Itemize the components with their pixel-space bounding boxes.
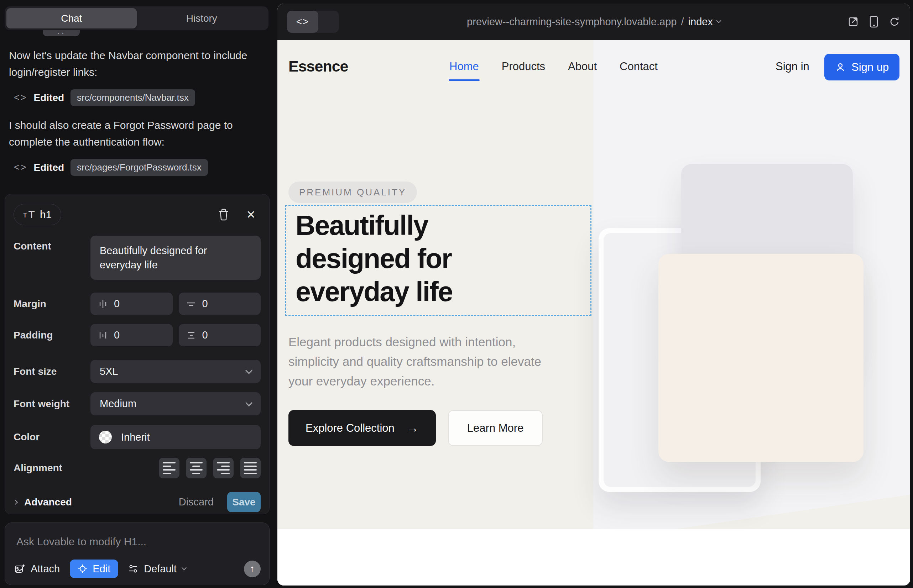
font-size-row: Font size 5XL (13, 360, 261, 383)
close-editor-button[interactable]: ✕ (246, 208, 256, 221)
hero-cta-row: Explore Collection → Learn More (288, 410, 543, 446)
attach-button[interactable]: Attach (14, 563, 60, 575)
padding-row: Padding 0 0 (13, 324, 261, 346)
code-icon: <> (296, 16, 309, 27)
scroll-indicator-dots: ·· (57, 29, 66, 36)
model-default-label: Default (144, 563, 176, 575)
learn-more-label: Learn More (467, 422, 524, 435)
chevron-down-icon (181, 565, 186, 570)
edited-action-label: Edited (34, 92, 65, 103)
mobile-view-button[interactable] (869, 16, 878, 28)
padding-x-input[interactable]: 0 (91, 324, 173, 346)
content-label: Content (13, 241, 91, 252)
edited-file-row[interactable]: <> Edited src/pages/ForgotPassword.tsx (14, 159, 265, 176)
attach-image-icon (14, 564, 25, 574)
chat-history-tabs: Chat History (5, 6, 269, 30)
site-navbar: Essence Home Products About Contact Sign… (277, 40, 910, 100)
advanced-toggle[interactable]: Advanced (13, 496, 72, 508)
preview-url-bar[interactable]: preview--charming-site-symphony.lovable.… (467, 3, 721, 40)
content-row: Content Beautifully designed for everyda… (13, 236, 261, 280)
refresh-button[interactable] (889, 16, 900, 27)
explore-collection-button[interactable]: Explore Collection → (288, 410, 436, 446)
margin-label: Margin (13, 298, 91, 310)
nav-link-about[interactable]: About (568, 60, 597, 73)
font-weight-label: Font weight (13, 398, 91, 410)
selected-element-outline[interactable]: Beautifully designed for everyday life (285, 205, 591, 316)
trash-icon (218, 208, 229, 221)
edit-mode-button[interactable]: Edit (70, 559, 118, 578)
edited-action-label: Edited (34, 162, 65, 173)
discard-button[interactable]: Discard (179, 496, 214, 508)
nav-link-home[interactable]: Home (449, 60, 479, 73)
padding-horizontal-icon (98, 331, 108, 340)
close-icon: ✕ (246, 208, 256, 221)
preview-url-page: index (688, 16, 713, 28)
learn-more-button[interactable]: Learn More (448, 410, 543, 446)
color-select[interactable]: Inherit (91, 425, 261, 449)
padding-x-value: 0 (114, 329, 120, 341)
color-swatch (99, 431, 112, 444)
arrow-up-icon: ↑ (250, 563, 255, 575)
hero-card-cream (659, 254, 863, 462)
margin-horizontal-icon (98, 299, 108, 309)
prompt-input[interactable]: Ask Lovable to modify H1... (16, 536, 146, 548)
margin-x-input[interactable]: 0 (91, 292, 173, 315)
preview-toolbar: <> preview--charming-site-symphony.lovab… (277, 3, 910, 40)
send-button[interactable]: ↑ (244, 561, 261, 577)
code-icon: <> (14, 162, 28, 173)
align-left-button[interactable] (159, 458, 180, 478)
hero-diagonal-wedge (677, 495, 910, 529)
color-row: Color Inherit (13, 425, 261, 449)
signin-link[interactable]: Sign in (775, 60, 809, 73)
signup-button[interactable]: Sign up (824, 54, 900, 81)
preview-url-domain: preview--charming-site-symphony.lovable.… (467, 16, 677, 28)
delete-element-button[interactable] (218, 208, 229, 221)
hero-heading[interactable]: Beautifully designed for everyday life (296, 209, 502, 308)
font-size-select[interactable]: 5XL (91, 360, 261, 383)
chevron-down-icon (245, 399, 253, 407)
content-input[interactable]: Beautifully designed for everyday life (91, 236, 261, 280)
tab-history[interactable]: History (137, 8, 267, 29)
margin-y-input[interactable]: 0 (179, 292, 261, 315)
mobile-phone-icon (869, 16, 878, 28)
padding-label: Padding (13, 330, 91, 341)
code-view-toggle[interactable]: <> (287, 11, 339, 33)
tab-chat[interactable]: Chat (6, 8, 137, 29)
save-button[interactable]: Save (227, 492, 261, 512)
color-value: Inherit (121, 431, 150, 443)
chat-panel: ·· Chat History Now let's update the Nav… (0, 0, 274, 588)
align-justify-button[interactable] (240, 458, 261, 478)
element-tag-pill[interactable]: т T h1 (13, 204, 61, 225)
open-in-new-tab-button[interactable] (847, 16, 859, 27)
align-center-button[interactable] (186, 458, 207, 478)
nav-link-products[interactable]: Products (502, 60, 545, 73)
refresh-icon (889, 16, 900, 27)
font-weight-value: Medium (100, 398, 136, 410)
alignment-row: Alignment (13, 458, 261, 478)
code-toggle-active-segment[interactable]: <> (287, 11, 318, 33)
arrow-right-icon: → (407, 421, 419, 435)
nav-link-contact[interactable]: Contact (620, 60, 658, 73)
type-icon: T (29, 208, 35, 221)
user-icon (835, 62, 846, 73)
margin-x-value: 0 (114, 298, 120, 310)
align-right-button[interactable] (213, 458, 233, 478)
preview-site: Essence Home Products About Contact Sign… (277, 40, 910, 585)
edited-file-chip[interactable]: src/pages/ForgotPassword.tsx (71, 159, 208, 176)
font-size-label: Font size (13, 366, 91, 377)
assistant-message: I should also create a Forgot Password p… (9, 117, 265, 150)
assistant-message: Now let's update the Navbar component to… (9, 47, 265, 81)
edited-file-row[interactable]: <> Edited src/components/Navbar.tsx (14, 89, 265, 106)
chat-messages: Now let's update the Navbar component to… (9, 47, 265, 186)
padding-y-input[interactable]: 0 (179, 324, 261, 346)
type-icon: т (23, 210, 27, 220)
edited-file-chip[interactable]: src/components/Navbar.tsx (71, 89, 195, 106)
chevron-right-icon (13, 499, 18, 504)
signup-label: Sign up (851, 61, 889, 74)
model-default-button[interactable]: Default (128, 563, 186, 575)
font-weight-select[interactable]: Medium (91, 392, 261, 415)
font-weight-row: Font weight Medium (13, 392, 261, 415)
site-logo[interactable]: Essence (288, 58, 348, 75)
sliders-icon (128, 564, 138, 574)
preview-url-separator: / (681, 16, 684, 28)
